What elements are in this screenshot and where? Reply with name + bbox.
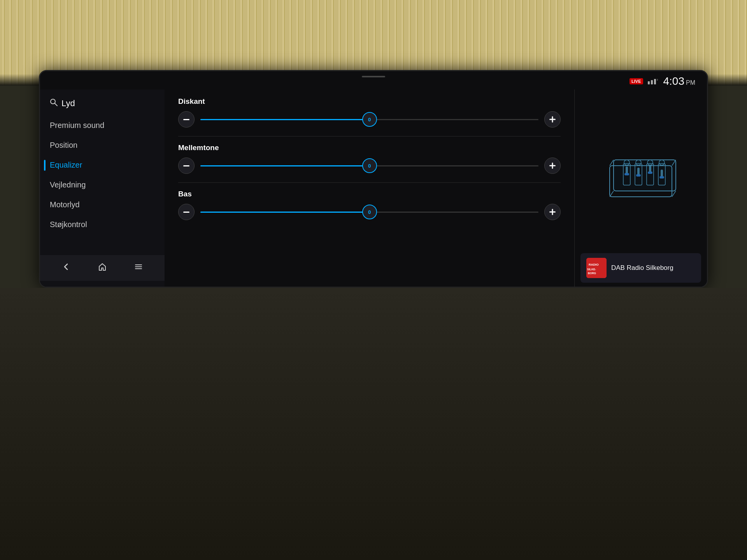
svg-rect-2 [654, 79, 656, 84]
diskant-label: Diskant [178, 97, 561, 106]
svg-rect-32 [648, 172, 652, 174]
sidebar-item-label: Position [50, 141, 77, 150]
sidebar-item-label: Støjkontrol [50, 220, 87, 229]
svg-text:BORG: BORG [588, 272, 596, 275]
bas-slider-thumb[interactable]: 0 [362, 205, 377, 219]
main-content-area: Lyd Premium sound Position Equalizer Vej… [40, 89, 707, 287]
svg-rect-23 [614, 160, 676, 191]
sidebar-item-label: Premium sound [50, 121, 104, 130]
diskant-plus-button[interactable] [544, 111, 561, 128]
equalizer-panel: Diskant 0 [165, 89, 575, 287]
diskant-slider-row: 0 [178, 111, 561, 128]
menu-button[interactable] [128, 261, 149, 275]
svg-point-38 [647, 160, 653, 165]
sidebar-item-label: Motorlyd [50, 200, 80, 209]
ampm-value: PM [686, 79, 695, 86]
search-bar: Lyd [40, 95, 165, 116]
radio-logo: RADIO SILKE- BORG [586, 258, 607, 278]
svg-rect-15 [183, 212, 189, 213]
svg-rect-11 [552, 116, 553, 122]
equalizer-illustration [580, 93, 701, 253]
status-bar: LIVE ³ 4:03 PM [40, 71, 707, 89]
right-panel: RADIO SILKE- BORG DAB Radio Silkeborg [575, 89, 707, 287]
svg-rect-0 [648, 81, 650, 84]
svg-rect-29 [636, 174, 641, 177]
signal-icon: ³ [648, 77, 659, 86]
bas-label: Bas [178, 190, 561, 198]
bas-plus-button[interactable] [544, 204, 561, 220]
svg-point-39 [659, 160, 665, 165]
mellemtone-plus-button[interactable] [544, 158, 561, 174]
infotainment-screen: LIVE ³ 4:03 PM [40, 71, 707, 287]
svg-rect-1 [651, 80, 653, 84]
svg-point-37 [636, 160, 641, 165]
sidebar: Lyd Premium sound Position Equalizer Vej… [40, 89, 165, 287]
bottom-navigation [40, 255, 165, 281]
sidebar-item-label: Vejledning [50, 180, 86, 189]
sidebar-item-equalizer[interactable]: Equalizer [40, 155, 165, 175]
drag-indicator [362, 76, 385, 77]
radio-station-name: DAB Radio Silkeborg [611, 264, 673, 272]
mellemtone-slider-track[interactable]: 0 [200, 158, 538, 174]
sidebar-item-vejledning[interactable]: Vejledning [40, 175, 165, 195]
divider [178, 136, 561, 136]
bas-slider-track[interactable]: 0 [200, 204, 538, 220]
svg-line-5 [55, 103, 57, 106]
svg-rect-26 [624, 173, 629, 175]
svg-line-22 [672, 191, 676, 197]
diskant-minus-button[interactable] [178, 111, 195, 128]
divider [178, 182, 561, 183]
sidebar-item-label: Equalizer [50, 161, 82, 170]
live-badge: LIVE [630, 78, 643, 84]
mellemtone-slider-thumb[interactable]: 0 [362, 158, 377, 173]
sidebar-item-position[interactable]: Position [40, 135, 165, 155]
svg-line-19 [610, 160, 614, 166]
mellemtone-slider-row: 0 [178, 158, 561, 174]
svg-rect-35 [659, 176, 664, 178]
svg-rect-17 [552, 209, 553, 215]
svg-text:SILKE-: SILKE- [587, 268, 596, 271]
screen-bezel: LIVE ³ 4:03 PM [39, 70, 708, 288]
svg-line-21 [610, 191, 614, 197]
dashboard-area: EV START [0, 288, 747, 560]
sidebar-title: Lyd [61, 98, 75, 108]
mellemtone-label: Mellemtone [178, 144, 561, 152]
time-value: 4:03 [663, 75, 685, 88]
svg-rect-12 [183, 165, 189, 166]
time-display: 4:03 PM [663, 75, 696, 88]
svg-point-4 [51, 99, 55, 104]
radio-widget[interactable]: RADIO SILKE- BORG DAB Radio Silkeborg [580, 253, 701, 283]
mellemtone-section: Mellemtone 0 [178, 144, 561, 174]
svg-text:³: ³ [657, 78, 658, 82]
sidebar-item-stojkontrol[interactable]: Støjkontrol [40, 215, 165, 234]
mellemtone-minus-button[interactable] [178, 158, 195, 174]
search-icon [50, 98, 58, 108]
svg-rect-14 [552, 163, 553, 169]
home-button[interactable] [92, 261, 112, 275]
back-button[interactable] [56, 261, 76, 275]
sidebar-item-motorlyd[interactable]: Motorlyd [40, 195, 165, 215]
sidebar-item-premium-sound[interactable]: Premium sound [40, 116, 165, 135]
svg-point-36 [624, 160, 630, 165]
bas-slider-row: 0 [178, 204, 561, 220]
diskant-section: Diskant 0 [178, 97, 561, 128]
bas-minus-button[interactable] [178, 204, 195, 220]
bas-section: Bas 0 [178, 190, 561, 220]
diskant-slider-track[interactable]: 0 [200, 111, 538, 128]
diskant-slider-thumb[interactable]: 0 [362, 112, 377, 127]
svg-text:RADIO: RADIO [589, 263, 599, 266]
svg-rect-9 [183, 119, 189, 120]
